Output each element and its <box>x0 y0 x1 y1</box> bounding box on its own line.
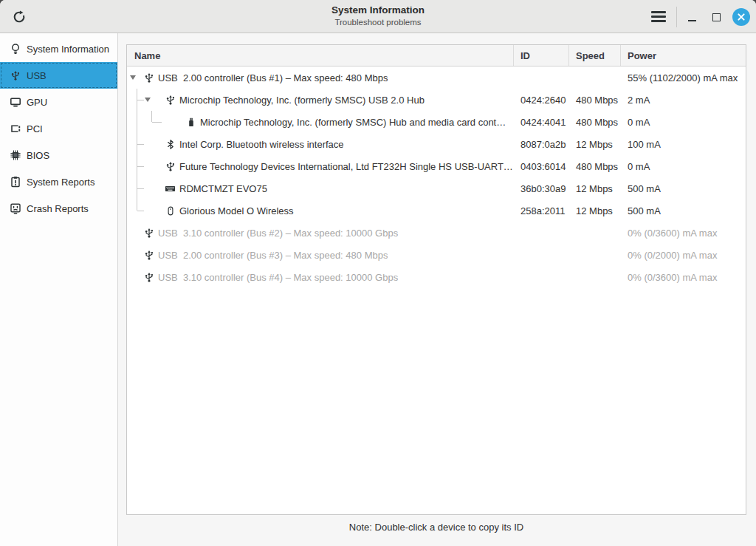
device-name: Future Technology Devices International,… <box>179 161 513 172</box>
minimize-button[interactable] <box>684 8 701 26</box>
device-power: 0% (0/3600) mA max <box>621 222 746 244</box>
device-power: 55% (1102/2000) mA max <box>621 66 746 89</box>
monitor-icon <box>9 96 21 109</box>
device-name: USB 2.00 controller (Bus #3) – Max speed… <box>158 250 388 261</box>
tree-line <box>137 188 144 189</box>
device-table: Name ID Speed Power USB 2.00 controller … <box>126 44 746 515</box>
device-name: RDMCTMZT EVO75 <box>179 183 267 194</box>
table-row[interactable]: USB 2.00 controller (Bus #1) – Max speed… <box>127 66 746 89</box>
expander-arrow[interactable] <box>130 75 136 80</box>
clipboard-alert-icon <box>9 176 21 188</box>
content-area: Name ID Speed Power USB 2.00 controller … <box>118 33 756 546</box>
sidebar: System Information USB GPU PCI BIOS Syst… <box>0 33 118 546</box>
sidebar-item-label: USB <box>27 70 47 81</box>
sidebar-item-label: System Information <box>27 44 109 55</box>
column-header-id[interactable]: ID <box>514 45 569 66</box>
table-body: USB 2.00 controller (Bus #1) – Max speed… <box>127 66 746 288</box>
menu-button[interactable] <box>647 6 670 28</box>
tree-line <box>137 144 144 145</box>
table-row[interactable]: Microchip Technology, Inc. (formerly SMS… <box>127 89 746 111</box>
titlebar: System Information Troubleshoot problems <box>0 0 756 33</box>
table-row[interactable]: Intel Corp. Bluetooth wireless interface… <box>127 133 746 155</box>
usb-icon <box>9 69 21 82</box>
usb-icon <box>143 250 154 261</box>
table-row[interactable]: USB 2.00 controller (Bus #3) – Max speed… <box>127 244 746 266</box>
column-header-speed[interactable]: Speed <box>569 45 621 66</box>
sidebar-item-bios[interactable]: BIOS <box>0 142 117 168</box>
sidebar-item-label: System Reports <box>27 177 94 188</box>
device-speed <box>569 266 621 288</box>
name-cell: Intel Corp. Bluetooth wireless interface <box>127 133 514 155</box>
name-cell: USB 3.10 controller (Bus #2) – Max speed… <box>127 222 514 244</box>
maximize-button[interactable] <box>708 8 726 26</box>
sidebar-item-label: Crash Reports <box>27 203 89 214</box>
system-information-window: System Information Troubleshoot problems… <box>0 0 756 546</box>
name-cell: USB 3.10 controller (Bus #4) – Max speed… <box>127 266 514 288</box>
name-cell: USB 2.00 controller (Bus #3) – Max speed… <box>127 244 514 266</box>
device-power: 100 mA <box>621 133 746 155</box>
device-name: USB 3.10 controller (Bus #2) – Max speed… <box>158 228 398 239</box>
device-name: Microchip Technology, Inc. (formerly SMS… <box>179 95 425 106</box>
table-row[interactable]: Glorious Model O Wireless 258a:2011 12 M… <box>127 199 746 222</box>
footer-note: Note: Double-click a device to copy its … <box>126 522 746 533</box>
tree-line <box>152 122 162 123</box>
device-speed <box>569 66 621 89</box>
device-power: 0 mA <box>621 111 746 133</box>
sidebar-item-system-information[interactable]: System Information <box>0 35 117 62</box>
flash-drive-icon <box>185 117 196 128</box>
table-row[interactable]: USB 3.10 controller (Bus #4) – Max speed… <box>127 266 746 288</box>
lightbulb-icon <box>9 43 21 55</box>
sidebar-item-pci[interactable]: PCI <box>0 115 117 142</box>
table-row[interactable]: Microchip Technology, Inc. (formerly SMS… <box>127 111 746 133</box>
tree-line <box>151 111 152 122</box>
sidebar-item-gpu[interactable]: GPU <box>0 89 117 115</box>
device-name: Microchip Technology, Inc. (formerly SMS… <box>200 117 506 128</box>
name-cell: Glorious Model O Wireless <box>127 199 514 222</box>
usb-icon <box>143 72 154 83</box>
titlebar-separator <box>676 7 677 27</box>
sidebar-item-label: GPU <box>27 97 47 108</box>
table-header: Name ID Speed Power <box>127 45 746 66</box>
keyboard-icon <box>165 183 176 194</box>
device-id: 258a:2011 <box>514 199 569 222</box>
name-cell: Microchip Technology, Inc. (formerly SMS… <box>127 111 514 133</box>
device-power: 500 mA <box>621 199 746 222</box>
name-cell: RDMCTMZT EVO75 <box>127 177 514 199</box>
sidebar-item-system-reports[interactable]: System Reports <box>0 168 117 195</box>
name-cell: Microchip Technology, Inc. (formerly SMS… <box>127 89 514 111</box>
device-power: 500 mA <box>621 177 746 199</box>
window-title: System Information <box>0 4 756 17</box>
name-cell: USB 2.00 controller (Bus #1) – Max speed… <box>127 66 514 89</box>
device-id <box>514 266 569 288</box>
device-id: 0424:4041 <box>514 111 569 133</box>
usb-icon <box>165 161 176 172</box>
table-row[interactable]: RDMCTMZT EVO75 36b0:30a9 12 Mbps 500 mA <box>127 177 746 199</box>
refresh-icon <box>11 9 27 25</box>
column-header-name[interactable]: Name <box>127 45 514 66</box>
table-row[interactable]: USB 3.10 controller (Bus #2) – Max speed… <box>127 222 746 244</box>
chip-icon <box>9 149 21 162</box>
device-power: 0% (0/2000) mA max <box>621 244 746 266</box>
expander-arrow[interactable] <box>145 98 151 102</box>
device-id <box>514 244 569 266</box>
sidebar-item-label: BIOS <box>27 150 49 161</box>
device-speed: 480 Mbps <box>569 155 621 177</box>
device-speed <box>569 244 621 266</box>
name-cell: Future Technology Devices International,… <box>127 155 514 177</box>
maximize-icon <box>712 13 721 21</box>
device-id <box>514 222 569 244</box>
tree-line <box>137 100 144 100</box>
usb-icon <box>143 272 154 283</box>
device-name: USB 2.00 controller (Bus #1) – Max speed… <box>158 72 388 83</box>
tree-line <box>137 166 144 167</box>
sidebar-item-crash-reports[interactable]: Crash Reports <box>0 195 117 222</box>
mouse-icon <box>165 205 176 216</box>
refresh-button[interactable] <box>10 7 29 27</box>
device-id: 0424:2640 <box>514 89 569 111</box>
close-button[interactable] <box>732 8 750 26</box>
table-row[interactable]: Future Technology Devices International,… <box>127 155 746 177</box>
device-id <box>514 66 569 89</box>
sidebar-item-usb[interactable]: USB <box>0 62 117 89</box>
column-header-power[interactable]: Power <box>621 45 746 66</box>
device-name: Glorious Model O Wireless <box>179 205 294 216</box>
